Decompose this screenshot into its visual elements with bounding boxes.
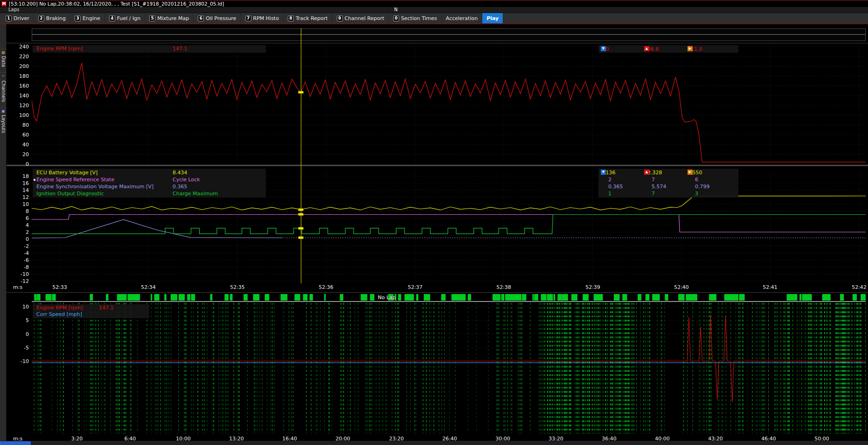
stat-cell: ▼7.136 xyxy=(601,170,616,177)
channel-name[interactable]: Engine RPM [rpm] xyxy=(36,46,83,52)
time-cursor[interactable] xyxy=(301,28,301,283)
cursor-value-marker[interactable] xyxy=(298,227,304,230)
stat-cell: 3 xyxy=(695,191,698,198)
y-axis-tick-label: 120 xyxy=(12,103,29,109)
y-axis-tick-label: 10 xyxy=(12,304,29,310)
y-axis-tick-label: 160 xyxy=(12,83,29,89)
chart-overview[interactable] xyxy=(32,303,866,433)
tab-label: Channel Report xyxy=(345,15,384,21)
channel-name[interactable]: Ignition Output Diagnostic xyxy=(36,191,104,197)
channel-name[interactable]: ECU Battery Voltage [V] xyxy=(36,170,97,176)
sidebar-item-layouts[interactable]: ▣Layouts xyxy=(0,108,7,137)
legend-row: ECU Battery Voltage [V]8.434 xyxy=(33,170,266,177)
rpm-chart-stats: ▼0.0▲206.6▶111.0 xyxy=(598,45,738,53)
avg-icon: ▶ xyxy=(687,170,693,175)
overview-legend: Engine RPM [rpm]147.1Corr Speed [mph] xyxy=(33,304,149,318)
cursor-value-marker[interactable] xyxy=(298,208,304,211)
tab-rpm-histo[interactable]: 7RPM Histo xyxy=(241,13,284,23)
stat-value: 0.365 xyxy=(608,184,623,190)
y-axis-tick-label: 6 xyxy=(12,215,29,221)
chart-rpm[interactable] xyxy=(32,44,866,164)
y-axis-tick-label: 10 xyxy=(12,201,29,207)
legend-row: Corr Speed [mph] xyxy=(33,311,149,318)
x-axis-tick-label: 52:33 xyxy=(49,284,70,290)
tab-channel-report[interactable]: 9Channel Report xyxy=(333,13,389,23)
tab-engine[interactable]: 3Engine xyxy=(70,13,105,23)
cursor-value-marker[interactable] xyxy=(298,213,304,216)
selected-channel-bullet xyxy=(34,179,35,181)
stat-cell: 7 xyxy=(652,177,655,184)
x-axis-tick-label: 3:20 xyxy=(66,436,88,442)
title-bar[interactable]: M [53:10.200] No Lap,20:38:02, 16/12/202… xyxy=(0,0,868,7)
tab-play[interactable]: Play xyxy=(482,13,503,23)
rpm-chart-legend: Engine RPM [rpm]147.1 xyxy=(33,45,266,53)
tab-braking[interactable]: 2Braking xyxy=(34,13,70,23)
tab-number-badge: 7 xyxy=(245,15,251,21)
channel-name[interactable]: Engine Synchronisation Voltage Maximum [… xyxy=(36,184,153,190)
x-axis-tick-label: 50:00 xyxy=(811,436,833,442)
tab-fuel-ign[interactable]: 4Fuel / Ign xyxy=(105,13,145,23)
sidebar-item-data[interactable]: ▦Data xyxy=(0,49,7,71)
tab-label: Track Report xyxy=(296,15,328,21)
stat-value: 0.799 xyxy=(695,184,710,190)
y-axis-tick-label: 18 xyxy=(12,173,29,179)
min-icon: ▼ xyxy=(601,46,606,51)
chart-lapstrip[interactable] xyxy=(32,294,866,301)
time-ruler-bottom[interactable] xyxy=(32,34,866,41)
y-axis-tick-label: 0 xyxy=(12,331,29,337)
tab-oil-pressure[interactable]: 6Oil Pressure xyxy=(194,13,241,23)
divider-between-charts[interactable] xyxy=(7,164,868,166)
min-icon: ▼ xyxy=(601,170,606,175)
channel-name[interactable]: Engine Speed Reference State xyxy=(36,177,114,183)
y-axis-tick-label: 14 xyxy=(12,187,29,193)
stat-avg: ▶111.0 xyxy=(687,46,702,53)
sidebar: ▦Data≈Channels▣Layouts xyxy=(0,24,7,445)
tab-number-badge: 5 xyxy=(149,15,155,21)
y-axis-tick-label: -8 xyxy=(12,264,29,270)
tab-section-times[interactable]: 0Section Times xyxy=(389,13,442,23)
tab-acceleration[interactable]: Acceleration xyxy=(442,13,482,23)
legend-row: Engine Speed Reference StateCycle Lock xyxy=(33,177,266,184)
tab-track-report[interactable]: 8Track Report xyxy=(284,13,333,23)
time-ruler-top[interactable] xyxy=(32,28,866,34)
motec-logo-icon: M xyxy=(1,1,7,7)
channel-name[interactable]: Corr Speed [mph] xyxy=(36,311,82,317)
tab-bar: 1Driver2Braking3Engine4Fuel / Ign5Mixtur… xyxy=(0,13,868,24)
y-axis-tick-label: 40 xyxy=(12,142,29,148)
tab-number-badge: 3 xyxy=(75,15,81,21)
stat-cell: ▲12.328 xyxy=(644,170,662,177)
tab-driver[interactable]: 1Driver xyxy=(1,13,34,23)
y-axis-tick-label: 220 xyxy=(12,54,29,60)
tab-label: Play xyxy=(486,15,499,21)
stat-value: 2 xyxy=(608,177,611,183)
sidebar-item-label: Layouts xyxy=(1,115,6,133)
laps-bar[interactable]: Laps N xyxy=(0,7,868,13)
tab-label: Acceleration xyxy=(446,15,478,21)
x-axis-tick-label: 52:35 xyxy=(227,284,248,290)
cursor-value: 147.1 xyxy=(173,46,187,52)
sidebar-item-channels[interactable]: ≈Channels xyxy=(0,72,7,107)
laps-bar-label: Laps xyxy=(8,7,19,12)
x-axis-tick-label: 40:00 xyxy=(652,436,673,442)
window-title: [53:10.200] No Lap,20:38:02, 16/12/2020,… xyxy=(9,1,224,7)
cursor-value-marker[interactable] xyxy=(298,91,304,94)
cursor-value-marker[interactable] xyxy=(298,236,304,239)
x-axis-tick-label: 13:20 xyxy=(226,436,247,442)
cursor-value: 147.1 xyxy=(99,305,114,311)
y-axis-tick-label: 140 xyxy=(12,93,29,99)
stat-value: 1 xyxy=(608,191,611,197)
y-axis-tick-label: 200 xyxy=(12,63,29,69)
x-axis-tick-label: 52:42 xyxy=(848,284,868,290)
y-axis-tick-label: -10 xyxy=(12,358,29,364)
channel-name[interactable]: Engine RPM [rpm] xyxy=(36,305,83,311)
tab-label: Driver xyxy=(14,15,29,21)
x-axis-tick-label: 36:40 xyxy=(598,436,620,442)
tab-mixture-map[interactable]: 5Mixture Map xyxy=(145,13,194,23)
stat-cell: 2 xyxy=(608,177,611,184)
x-axis-tick-label: 46:40 xyxy=(758,436,779,442)
x-axis-tick-label: 52:41 xyxy=(759,284,781,290)
y-axis-tick-label: 80 xyxy=(12,122,29,128)
y-axis-tick-label: 5 xyxy=(12,317,29,323)
tab-label: Engine xyxy=(83,15,100,21)
motec-i2-window: M [53:10.200] No Lap,20:38:02, 16/12/202… xyxy=(0,0,868,445)
